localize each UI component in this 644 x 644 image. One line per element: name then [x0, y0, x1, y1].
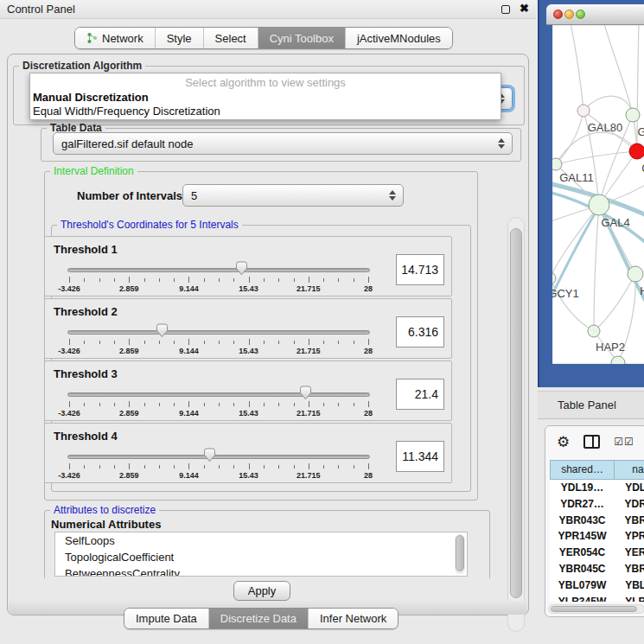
tab-network[interactable]: Network: [75, 28, 156, 48]
popup-item[interactable]: Equal Width/Frequency Discretization: [30, 104, 501, 118]
network-edge[interactable]: [594, 205, 599, 331]
threshold-label: Threshold 1: [54, 243, 118, 256]
table-data-combobox[interactable]: galFiltered.sif default node: [53, 132, 513, 155]
network-node[interactable]: [628, 266, 643, 282]
select-columns-icon[interactable]: ☑☑: [614, 436, 634, 448]
attribute-list-item[interactable]: BetweennessCentrality: [55, 565, 467, 577]
network-edge[interactable]: [594, 274, 635, 331]
network-node[interactable]: [552, 158, 562, 170]
network-window-titlebar[interactable]: [546, 4, 644, 25]
network-edge[interactable]: [552, 205, 599, 278]
node-label: GAL11: [559, 171, 594, 184]
tab-jactivemnodules[interactable]: jActiveMNodules: [346, 28, 452, 48]
table-cell: YBR045C: [550, 561, 615, 577]
network-edge[interactable]: [603, 25, 633, 115]
slider-thumb[interactable]: [203, 448, 216, 462]
network-node[interactable]: [588, 325, 600, 337]
split-columns-icon[interactable]: [583, 435, 600, 449]
table-cell: YPR145W: [550, 528, 615, 545]
table-cell: YLR345W: [550, 594, 615, 602]
slider-thumb[interactable]: [235, 261, 248, 276]
network-edge[interactable]: [599, 205, 635, 274]
slider-ticks: [69, 401, 368, 408]
close-icon[interactable]: ✖: [520, 2, 529, 15]
settings-scrollview: Interval Definition Number of Intervals …: [39, 162, 497, 578]
group-title: Interval Definition: [50, 165, 137, 177]
slider-thumb[interactable]: [299, 386, 312, 400]
table-row[interactable]: YBL079WYBL0: [550, 577, 644, 594]
node-table[interactable]: shared…na YDL19…YDL1YDR27…YDR2YBR043CYBR…: [550, 460, 644, 602]
threshold-value-field[interactable]: 14.713: [396, 254, 444, 285]
tab-label: Discretize Data: [220, 612, 296, 625]
cyni-toolbox-panel: Discretization Algorithm Table Data galF…: [7, 54, 529, 615]
network-node[interactable]: [577, 105, 590, 117]
group-title: Attributes to discretize: [50, 504, 159, 516]
network-canvas[interactable]: GAL80GACGAL11GAL4HGCY1HAP2: [552, 25, 644, 364]
threshold-value-field[interactable]: 6.316: [396, 316, 444, 348]
tab-label: jActiveMNodules: [357, 32, 441, 45]
threshold-row: Threshold 1-3.4262.8599.14415.4321.71528…: [44, 236, 452, 296]
list-scrollbar[interactable]: [455, 534, 465, 574]
threshold-label: Threshold 4: [54, 430, 118, 443]
tab-impute-data[interactable]: Impute Data: [124, 609, 209, 628]
close-traffic-light-icon[interactable]: [553, 10, 563, 19]
slider-track[interactable]: [67, 455, 370, 459]
minimize-traffic-light-icon[interactable]: [564, 10, 574, 19]
zoom-traffic-light-icon[interactable]: [576, 10, 585, 19]
table-row[interactable]: YBR043CYBR0: [550, 513, 644, 529]
attribute-list-item[interactable]: SelfLoops: [55, 532, 467, 549]
network-edge[interactable]: [583, 96, 633, 115]
table-row[interactable]: YER054CYER0: [550, 545, 644, 561]
num-intervals-label: Number of Intervals: [77, 189, 182, 202]
column-header[interactable]: na: [615, 460, 644, 480]
threshold-value-field[interactable]: 11.344: [396, 441, 444, 472]
table-row[interactable]: YBR045CYBR0: [550, 561, 644, 577]
node-label: GCY1: [552, 287, 579, 300]
tab-label: Infer Network: [320, 612, 386, 625]
table-horizontal-scrollbar[interactable]: [548, 604, 644, 614]
gear-icon[interactable]: ⚙: [557, 435, 570, 450]
network-node[interactable]: [626, 108, 640, 122]
apply-button[interactable]: Apply: [233, 581, 290, 601]
group-title: Discretization Algorithm: [19, 60, 145, 72]
slider-tick-labels: -3.4262.8599.14415.4321.71528: [69, 347, 368, 356]
slider-ticks: [69, 277, 368, 284]
tab-cyni-toolbox[interactable]: Cyni Toolbox: [258, 28, 346, 48]
slider-track[interactable]: [67, 268, 370, 272]
slider-track[interactable]: [67, 392, 370, 397]
table-cell: YBR043C: [550, 513, 615, 529]
table-cell: YDL19…: [550, 480, 615, 496]
tab-discretize-data[interactable]: Discretize Data: [209, 609, 309, 628]
popup-item[interactable]: Manual Discretization: [30, 90, 501, 104]
table-row[interactable]: YLR345WYLR3: [550, 594, 644, 602]
table-row[interactable]: YDR27…YDR2: [550, 496, 644, 513]
table-row[interactable]: YDL19…YDL1: [550, 480, 644, 496]
float-window-icon[interactable]: [501, 5, 510, 14]
network-node[interactable]: [611, 356, 625, 364]
network-edge[interactable]: [556, 151, 637, 164]
slider-thumb[interactable]: [156, 323, 169, 338]
tab-label: Cyni Toolbox: [270, 32, 334, 45]
tab-style[interactable]: Style: [156, 28, 204, 48]
tab-select[interactable]: Select: [204, 28, 258, 48]
slider-track[interactable]: [67, 330, 370, 335]
threshold-row: Threshold 3-3.4262.8599.14415.4321.71528…: [44, 360, 452, 421]
threshold-label: Threshold 3: [54, 367, 118, 380]
table-cell: YBR0: [615, 513, 644, 529]
numerical-attributes-label: Numerical Attributes: [51, 518, 161, 531]
threshold-value-field[interactable]: 21.4: [396, 379, 444, 410]
network-node[interactable]: [629, 143, 644, 159]
network-edge[interactable]: [570, 25, 583, 111]
tab-infer-network[interactable]: Infer Network: [309, 609, 398, 628]
settings-scrollbar[interactable]: [507, 217, 525, 632]
network-edge[interactable]: [556, 111, 583, 164]
num-intervals-combobox[interactable]: 5: [182, 184, 404, 207]
table-row[interactable]: YPR145WYPR1: [550, 528, 644, 545]
numerical-attributes-list[interactable]: SelfLoopsTopologicalCoefficientBetweenne…: [54, 532, 468, 577]
network-node[interactable]: [552, 272, 556, 284]
table-toolbar: ⚙ ☑☑: [545, 430, 644, 454]
threshold-row: Threshold 2-3.4262.8599.14415.4321.71528…: [44, 298, 452, 359]
attribute-list-item[interactable]: TopologicalCoefficient: [55, 549, 467, 565]
network-node[interactable]: [589, 194, 609, 215]
column-header[interactable]: shared…: [550, 460, 615, 480]
